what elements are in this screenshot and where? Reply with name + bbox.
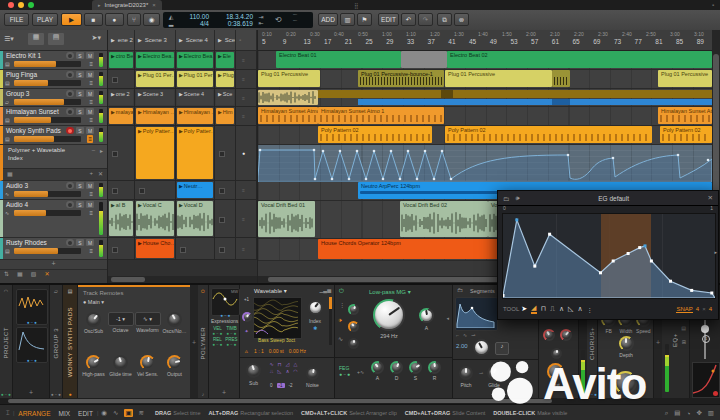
volume-fader[interactable]: [14, 117, 81, 123]
panel-toggle-icon[interactable]: ▪: [712, 2, 715, 8]
clip-slot[interactable]: ▶Plug 01 Per…: [135, 70, 176, 88]
wavetable-display[interactable]: [253, 297, 302, 339]
octave-button[interactable]: -1: [277, 383, 285, 388]
timeline-ruler[interactable]: 0:100:200:300:400:501:001:101:201:301:40…: [258, 30, 712, 51]
tab-edit[interactable]: EDIT: [78, 410, 93, 417]
keytrack-icon[interactable]: 🜂: [244, 348, 249, 354]
mute-button[interactable]: M: [86, 90, 94, 97]
remote-knob[interactable]: High-pass: [80, 355, 107, 396]
scene-play-icon[interactable]: ▶: [111, 37, 115, 43]
clip-play-icon[interactable]: ▶: [218, 91, 222, 97]
punch-in-out-icons[interactable]: ⇥⇤: [253, 14, 269, 26]
clip-play-icon[interactable]: ▶: [111, 109, 115, 115]
pitch-knob[interactable]: [459, 364, 473, 382]
arc-shape-icon[interactable]: ◠: [292, 368, 299, 375]
add-track-button[interactable]: ADD: [318, 13, 338, 26]
stop-glyph[interactable]: ≡: [242, 57, 245, 63]
clip-slot[interactable]: ▶Scene 3: [135, 89, 176, 106]
expression-dots[interactable]: ●－●: [211, 331, 224, 336]
scene-header[interactable]: ▶ene 2: [108, 30, 135, 50]
pointer-tool-icon[interactable]: ➤: [521, 305, 527, 313]
mod-route-dots[interactable]: ●－●: [17, 358, 47, 363]
mute-button[interactable]: M: [86, 71, 94, 78]
arranger-clip[interactable]: Plug 01 Percussive: [445, 70, 552, 87]
stop-button[interactable]: [180, 247, 186, 253]
launcher-clip[interactable]: ▶Him: [216, 108, 234, 124]
snap-y-value[interactable]: 4: [709, 306, 712, 312]
snap-magnet-icon[interactable]: ◉: [101, 409, 107, 417]
mod-route-dots[interactable]: ●－●: [17, 320, 47, 325]
project-tab[interactable]: ▸ IntegrateD2023* ×: [92, 0, 162, 10]
track-menu-icon[interactable]: ≡: [89, 98, 93, 106]
clip-play-icon[interactable]: ▶: [138, 109, 142, 115]
arm-button[interactable]: [66, 90, 74, 97]
expand-arrow-icon[interactable]: ▸: [100, 147, 103, 154]
stop-glyph[interactable]: ≡: [242, 95, 245, 101]
launcher-clip[interactable]: ▶Plug 01 Per…: [177, 71, 213, 87]
file-menu-button[interactable]: FILE: [4, 13, 29, 26]
automation-write-icon[interactable]: ⑂: [127, 13, 141, 26]
delete-x-icon[interactable]: ✕: [44, 270, 49, 279]
track-menu-icon[interactable]: ≡: [89, 247, 93, 255]
folder-icon[interactable]: 🗀: [503, 195, 510, 202]
clip-slot[interactable]: ▶Vocal D: [176, 200, 215, 237]
solo-button[interactable]: S: [76, 201, 84, 208]
launcher-clip[interactable]: ▶Poly Patter…: [177, 127, 213, 179]
close-icon[interactable]: ✕: [98, 170, 103, 177]
clip-slot[interactable]: ▶Himalayan …: [176, 107, 215, 125]
scene-header[interactable]: ▶Scene 3: [135, 30, 176, 50]
zoom-window-button[interactable]: [28, 2, 34, 8]
launcher-clip[interactable]: ▶Electro Bea…: [177, 52, 213, 68]
clip-play-icon[interactable]: ▶: [218, 53, 222, 59]
io-routing-icon[interactable]: ⇅: [4, 270, 9, 279]
master-fader-handle-2[interactable]: 1: [702, 335, 710, 343]
clip-play-icon[interactable]: ▶: [111, 53, 115, 59]
clip-slot[interactable]: ▶ctro Bea…: [108, 51, 135, 69]
drag-handle-icon[interactable]: ⋮: [339, 301, 345, 308]
polymer-rail[interactable]: ⏻ POLYMER ♪: [198, 285, 209, 400]
clip-slot[interactable]: ▶Ele: [215, 51, 236, 69]
peak-shape-icon[interactable]: ∧: [284, 368, 291, 375]
stop-column-cell[interactable]: ≡: [236, 107, 257, 125]
ratio-value[interactable]: 1 : 1: [254, 348, 264, 354]
stop-glyph[interactable]: ≡: [242, 113, 245, 119]
index-knob[interactable]: [308, 299, 323, 317]
arranger-clip[interactable]: Electro Beat 02: [447, 51, 712, 68]
remote-knob[interactable]: ∿ ▾Waveform: [134, 312, 161, 353]
pulse-shape-icon[interactable]: ⎍: [268, 368, 275, 375]
remotes-page-selector[interactable]: ● Main ▾: [83, 299, 104, 305]
feg-knob[interactable]: R: [428, 361, 441, 381]
play-button[interactable]: ▶: [61, 13, 82, 26]
solo-button[interactable]: S: [76, 71, 84, 78]
arranger-clip[interactable]: Vocal Drift Bed 01: [258, 201, 315, 237]
track-header[interactable]: Wonky Synth PadsSM▤≡: [0, 126, 107, 145]
arranger-clip[interactable]: Himalayan Sunset Atmo 1-bounce-1: [258, 107, 318, 124]
arranger-clip[interactable]: Himalayan Sunset Atmo 1: [318, 107, 444, 124]
expression-dots[interactable]: ●－●: [211, 342, 224, 347]
clip-play-icon[interactable]: ▶: [111, 91, 115, 97]
solo-button[interactable]: S: [76, 52, 84, 59]
remote-knob[interactable]: Vel Sens.: [134, 355, 161, 396]
clip-slot[interactable]: [215, 200, 236, 237]
track-list-menu-icon[interactable]: ☰▾: [4, 35, 14, 43]
octave-dropdown[interactable]: -1 ▾: [108, 312, 134, 326]
stop-button[interactable]: [219, 151, 225, 157]
track-header[interactable]: Rusty RhodesSM▤≡: [0, 238, 107, 260]
add-device-divider[interactable]: +: [190, 285, 198, 400]
stop-column-cell[interactable]: ●: [236, 126, 257, 180]
ramp-shape-icon[interactable]: ◺: [276, 368, 283, 375]
eq-add-icon[interactable]: ⊞: [682, 339, 686, 345]
hz-value[interactable]: 0.00 Hz: [289, 348, 306, 354]
track-menu-icon[interactable]: ≡: [89, 190, 93, 198]
track-menu-icon[interactable]: ≡: [89, 116, 93, 124]
clip-play-icon[interactable]: ▶: [138, 128, 142, 134]
auto-write-icon[interactable]: ▣: [124, 409, 132, 417]
wavetable-preset-name[interactable]: Bass Sweep 3oct: [253, 338, 300, 343]
launcher-clip[interactable]: ▶one 2: [109, 90, 133, 105]
clip-play-icon[interactable]: ▶: [179, 91, 183, 97]
launcher-clip[interactable]: ▶ctro Bea…: [109, 52, 133, 68]
sine-shape-icon[interactable]: ∿: [268, 361, 275, 367]
stop-column-cell[interactable]: ≡: [236, 181, 257, 199]
snap-x-value[interactable]: 4: [696, 306, 699, 312]
envelope-display[interactable]: [502, 213, 716, 299]
